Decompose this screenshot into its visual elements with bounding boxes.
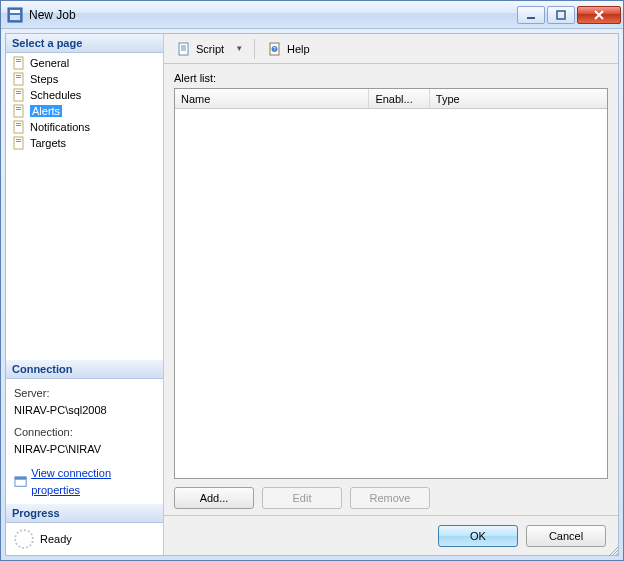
- svg-rect-11: [14, 89, 23, 101]
- select-page-header: Select a page: [6, 34, 163, 53]
- right-pane: Script ▼ ? Help Alert list: Name Enabl..…: [164, 34, 618, 555]
- progress-spinner-icon: [14, 529, 34, 549]
- help-icon: ?: [267, 41, 283, 57]
- svg-rect-2: [10, 15, 20, 20]
- view-connection-properties-link[interactable]: View connection properties: [14, 465, 155, 498]
- page-icon: [12, 120, 26, 134]
- connection-label: Connection:: [14, 424, 155, 441]
- new-job-dialog: New Job Select a page General: [0, 0, 624, 561]
- sidebar-item-label: Steps: [30, 73, 58, 85]
- connection-section: Connection Server: NIRAV-PC\sql2008 Conn…: [6, 360, 163, 504]
- svg-rect-18: [16, 123, 21, 124]
- sidebar-item-alerts[interactable]: Alerts: [6, 103, 163, 119]
- sidebar-item-label: Alerts: [30, 105, 62, 117]
- content-area: Select a page General Steps Schedules Al…: [5, 33, 619, 556]
- window-title: New Job: [29, 8, 76, 22]
- server-value: NIRAV-PC\sql2008: [14, 402, 155, 419]
- svg-rect-3: [527, 17, 535, 19]
- sidebar-item-notifications[interactable]: Notifications: [6, 119, 163, 135]
- svg-rect-13: [16, 93, 21, 94]
- script-dropdown[interactable]: ▼: [232, 44, 246, 53]
- page-icon: [12, 104, 26, 118]
- script-icon: [176, 41, 192, 57]
- remove-button: Remove: [350, 487, 430, 509]
- svg-rect-19: [16, 125, 21, 126]
- column-header-type[interactable]: Type: [430, 89, 607, 108]
- cancel-button[interactable]: Cancel: [526, 525, 606, 547]
- sidebar-item-label: Notifications: [30, 121, 90, 133]
- resize-grip[interactable]: [607, 544, 619, 556]
- svg-rect-7: [16, 61, 21, 62]
- dialog-footer: OK Cancel: [164, 515, 618, 555]
- svg-rect-14: [14, 105, 23, 117]
- sidebar-item-targets[interactable]: Targets: [6, 135, 163, 151]
- svg-rect-25: [179, 43, 188, 55]
- alert-list-label: Alert list:: [174, 72, 608, 84]
- sidebar-item-label: Targets: [30, 137, 66, 149]
- maximize-button[interactable]: [547, 6, 575, 24]
- script-button[interactable]: Script: [172, 39, 228, 59]
- close-button[interactable]: [577, 6, 621, 24]
- progress-section: Progress Ready: [6, 504, 163, 555]
- progress-status: Ready: [40, 533, 72, 545]
- svg-rect-12: [16, 91, 21, 92]
- sidebar-item-steps[interactable]: Steps: [6, 71, 163, 87]
- svg-rect-6: [16, 59, 21, 60]
- link-label: View connection properties: [31, 465, 155, 498]
- script-label: Script: [196, 43, 224, 55]
- page-icon: [12, 56, 26, 70]
- svg-rect-5: [14, 57, 23, 69]
- add-button[interactable]: Add...: [174, 487, 254, 509]
- connection-header: Connection: [6, 360, 163, 379]
- app-icon: [7, 7, 23, 23]
- sidebar-item-label: General: [30, 57, 69, 69]
- svg-rect-10: [16, 77, 21, 78]
- page-icon: [12, 72, 26, 86]
- svg-rect-4: [557, 11, 565, 19]
- svg-rect-20: [14, 137, 23, 149]
- main-body: Alert list: Name Enabl... Type Add... Ed…: [164, 64, 618, 515]
- svg-rect-24: [15, 476, 26, 479]
- titlebar[interactable]: New Job: [1, 1, 623, 29]
- toolbar: Script ▼ ? Help: [164, 34, 618, 64]
- toolbar-separator: [254, 39, 255, 59]
- column-header-name[interactable]: Name: [175, 89, 369, 108]
- page-icon: [12, 88, 26, 102]
- edit-button: Edit: [262, 487, 342, 509]
- svg-rect-8: [14, 73, 23, 85]
- help-button[interactable]: ? Help: [263, 39, 314, 59]
- svg-rect-15: [16, 107, 21, 108]
- table-body[interactable]: [175, 109, 607, 478]
- svg-rect-9: [16, 75, 21, 76]
- svg-rect-22: [16, 141, 21, 142]
- action-row: Add... Edit Remove: [174, 479, 608, 509]
- svg-rect-16: [16, 109, 21, 110]
- svg-text:?: ?: [273, 46, 276, 52]
- server-label: Server:: [14, 385, 155, 402]
- connection-value: NIRAV-PC\NIRAV: [14, 441, 155, 458]
- properties-icon: [14, 475, 27, 489]
- page-icon: [12, 136, 26, 150]
- svg-rect-17: [14, 121, 23, 133]
- svg-rect-1: [10, 10, 20, 13]
- sidebar-item-label: Schedules: [30, 89, 81, 101]
- left-pane: Select a page General Steps Schedules Al…: [6, 34, 164, 555]
- help-label: Help: [287, 43, 310, 55]
- page-list: General Steps Schedules Alerts Notificat…: [6, 53, 163, 360]
- svg-rect-21: [16, 139, 21, 140]
- minimize-button[interactable]: [517, 6, 545, 24]
- sidebar-item-schedules[interactable]: Schedules: [6, 87, 163, 103]
- alert-list-table[interactable]: Name Enabl... Type: [174, 88, 608, 479]
- ok-button[interactable]: OK: [438, 525, 518, 547]
- progress-header: Progress: [6, 504, 163, 523]
- sidebar-item-general[interactable]: General: [6, 55, 163, 71]
- column-headers: Name Enabl... Type: [175, 89, 607, 109]
- column-header-enabled[interactable]: Enabl...: [369, 89, 429, 108]
